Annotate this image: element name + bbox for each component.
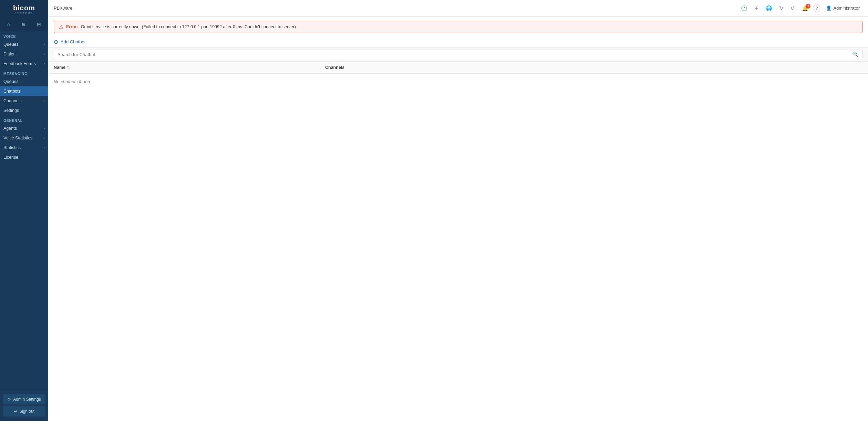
error-label: Error: bbox=[66, 24, 78, 29]
plus-icon: ⊕ bbox=[54, 39, 58, 45]
col-channels-header: Channels bbox=[325, 65, 862, 70]
sidebar-item-settings[interactable]: Settings bbox=[0, 106, 48, 115]
logo: bicom SYSTEMS bbox=[0, 0, 48, 18]
header: PBXware 🕐 ⊞ 🌐 ↻ ↺ 🔔 1 ? 👤 Administrator bbox=[48, 0, 868, 17]
sign-out-label: Sign out bbox=[19, 409, 34, 414]
grid-icon[interactable]: ⊞ bbox=[752, 3, 761, 13]
header-icons: 🕐 ⊞ 🌐 ↻ ↺ 🔔 1 ? bbox=[738, 3, 820, 13]
share-icon[interactable]: ⊞ bbox=[35, 20, 43, 29]
sidebar: bicom SYSTEMS ⌂ ⊕ ⊞ VOICE Queues › Diale… bbox=[0, 0, 48, 421]
refresh2-icon[interactable]: ↺ bbox=[788, 3, 797, 13]
sidebar-item-queues-messaging[interactable]: Queues bbox=[0, 77, 48, 86]
add-chatbot-button[interactable]: ⊕ Add Chatbot bbox=[48, 35, 868, 47]
header-title: PBXware bbox=[54, 6, 736, 11]
add-chatbot-label: Add Chatbot bbox=[61, 39, 85, 44]
sidebar-item-agents[interactable]: Agents › bbox=[0, 124, 48, 133]
sort-icon[interactable]: ⇅ bbox=[67, 65, 70, 70]
header-user[interactable]: 👤 Administrator bbox=[823, 4, 862, 12]
content-area: ⚠ Error: Omni service is currently down.… bbox=[48, 17, 868, 421]
sidebar-item-voice-statistics[interactable]: Voice Statistics › bbox=[0, 133, 48, 143]
globe-icon[interactable]: 🌐 bbox=[763, 3, 775, 13]
chevron-icon: › bbox=[44, 127, 45, 130]
settings-icon: ⚙ bbox=[7, 397, 11, 402]
sidebar-item-license[interactable]: License bbox=[0, 152, 48, 162]
error-icon: ⚠ bbox=[59, 24, 63, 30]
notification-badge: 1 bbox=[806, 4, 810, 9]
home-icon[interactable]: ⌂ bbox=[5, 20, 12, 29]
logo-sub: SYSTEMS bbox=[13, 12, 35, 14]
messaging-section-label: MESSAGING bbox=[0, 69, 48, 77]
search-icon: 🔍 bbox=[852, 51, 859, 57]
admin-settings-button[interactable]: ⚙ Admin Settings bbox=[3, 394, 45, 404]
no-data-message: No chatbots found. bbox=[48, 74, 868, 90]
chevron-icon: › bbox=[44, 99, 45, 103]
chevron-icon: › bbox=[44, 62, 45, 65]
sidebar-item-dialer[interactable]: Dialer › bbox=[0, 49, 48, 59]
sidebar-item-channels[interactable]: Channels › bbox=[0, 96, 48, 106]
error-message: Omni service is currently down. (Failed … bbox=[81, 24, 296, 29]
chevron-icon: › bbox=[44, 136, 45, 140]
sidebar-footer: ⚙ Admin Settings ↩ Sign out bbox=[0, 391, 48, 421]
plus-circle-icon[interactable]: ⊕ bbox=[19, 20, 28, 29]
col-name-header: Name ⇅ bbox=[54, 65, 322, 70]
voice-section-label: VOICE bbox=[0, 31, 48, 40]
chevron-icon: › bbox=[44, 43, 45, 46]
table-header: Name ⇅ Channels bbox=[48, 62, 868, 74]
user-label: Administrator bbox=[833, 6, 860, 11]
search-input[interactable] bbox=[58, 52, 849, 57]
chevron-icon: › bbox=[44, 52, 45, 56]
help-icon[interactable]: ? bbox=[813, 4, 820, 12]
user-icon: 👤 bbox=[826, 6, 831, 11]
admin-settings-label: Admin Settings bbox=[13, 397, 41, 402]
error-banner: ⚠ Error: Omni service is currently down.… bbox=[54, 21, 862, 33]
sign-out-button[interactable]: ↩ Sign out bbox=[3, 406, 45, 417]
main-content: PBXware 🕐 ⊞ 🌐 ↻ ↺ 🔔 1 ? 👤 Administrator … bbox=[48, 0, 868, 421]
clock-icon[interactable]: 🕐 bbox=[738, 3, 750, 13]
sidebar-top-icons: ⌂ ⊕ ⊞ bbox=[0, 18, 48, 31]
refresh-icon[interactable]: ↻ bbox=[777, 3, 786, 13]
logo-text: bicom bbox=[13, 4, 35, 12]
general-section-label: GENERAL bbox=[0, 115, 48, 124]
sidebar-item-statistics[interactable]: Statistics › bbox=[0, 143, 48, 152]
sidebar-item-feedback-forms[interactable]: Feedback Forms › bbox=[0, 59, 48, 69]
sign-out-icon: ↩ bbox=[14, 409, 17, 414]
sidebar-item-chatbots[interactable]: Chatbots bbox=[0, 86, 48, 96]
bell-icon[interactable]: 🔔 1 bbox=[799, 3, 811, 13]
search-input-wrap: 🔍 bbox=[54, 50, 862, 59]
sidebar-item-queues-voice[interactable]: Queues › bbox=[0, 40, 48, 49]
search-row: 🔍 bbox=[48, 47, 868, 62]
chevron-icon: › bbox=[44, 146, 45, 149]
